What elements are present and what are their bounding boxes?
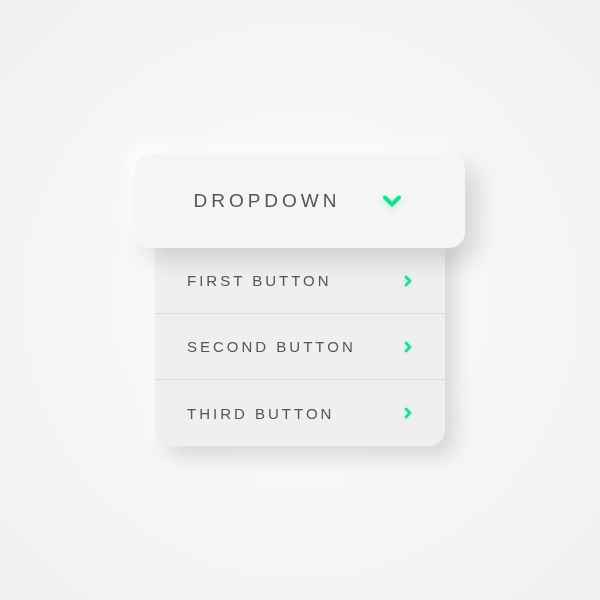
chevron-right-icon xyxy=(399,338,417,356)
menu-item-label: SECOND BUTTON xyxy=(187,338,356,355)
menu-item-second[interactable]: SECOND BUTTON xyxy=(155,314,445,380)
menu-item-third[interactable]: THIRD BUTTON xyxy=(155,380,445,446)
chevron-right-icon xyxy=(399,404,417,422)
dropdown-toggle[interactable]: DROPDOWN xyxy=(135,154,465,248)
chevron-right-icon xyxy=(399,272,417,290)
dropdown-menu: FIRST BUTTON SECOND BUTTON THIRD BUTTON xyxy=(155,234,445,446)
menu-item-first[interactable]: FIRST BUTTON xyxy=(155,248,445,314)
chevron-down-icon xyxy=(377,186,407,216)
menu-item-label: FIRST BUTTON xyxy=(187,272,332,289)
menu-item-label: THIRD BUTTON xyxy=(187,405,334,422)
dropdown-label: DROPDOWN xyxy=(193,190,340,212)
dropdown-widget: DROPDOWN FIRST BUTTON SECOND BUTTON xyxy=(135,154,465,446)
